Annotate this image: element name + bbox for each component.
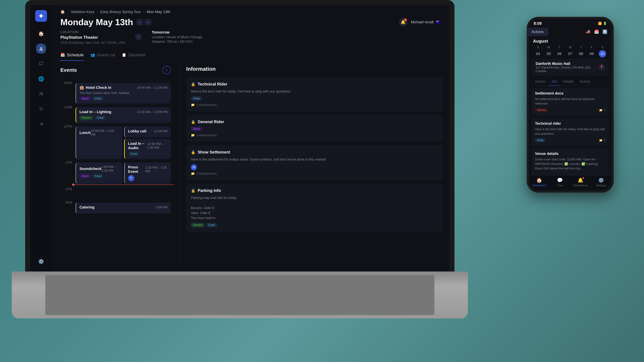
sidebar-nav: 🏠	[36, 28, 46, 250]
location-arrow-button[interactable]: →	[135, 33, 142, 40]
venue-location-icon[interactable]: 📍	[598, 64, 605, 70]
info-item-general-rider[interactable]: 🔒 General Rider Band 📁 1 Attachments	[186, 115, 443, 142]
tag-crew-tech: Crew	[191, 96, 202, 101]
phone-venue-card[interactable]: Danforth Music Hall 147 Danforth Ave, To…	[532, 59, 609, 76]
notification-button[interactable]: 🔔 1	[399, 18, 408, 26]
cal-day-sun[interactable]: S 04	[533, 46, 543, 57]
tab-schedule[interactable]: 📅 Schedule	[60, 50, 84, 61]
cal-day-mon[interactable]: M 05	[544, 46, 554, 57]
sidebar-item-mention[interactable]	[36, 119, 46, 129]
app-logo[interactable]	[35, 10, 47, 22]
header-title-row: Monday May 13th ‹ › 🔔 1	[60, 17, 441, 27]
event-title-audio: Load In – Audio	[128, 141, 148, 150]
phone-tab-info[interactable]: Info	[548, 78, 560, 86]
lock-icon-parking: 🔒	[191, 189, 196, 193]
phone-tag-admins: Admins	[535, 108, 548, 112]
cal-day-num-sat: 10	[599, 50, 606, 57]
breadcrumb-skeleton-keys[interactable]: Skeleton Keys	[71, 10, 94, 14]
notification-badge: 1	[404, 18, 407, 21]
tab-daysheet[interactable]: 📋 Daysheet	[122, 50, 145, 61]
sidebar-item-globe[interactable]: 🌐	[36, 74, 46, 84]
time-events-3pm: Catering 3:00 PM	[76, 199, 171, 214]
tomorrow-distance: Distance: 793 mi / 15h 57m	[152, 40, 202, 43]
sidebar-item-users[interactable]	[36, 89, 46, 99]
time-events-11am: Load In – Lighting 11:00 AM – 12:00 PM D…	[76, 104, 171, 123]
event-time-audio: 12:30 PM – 1:00 PM	[147, 142, 168, 149]
phone-nav-chat[interactable]: 💬 Chat	[550, 177, 570, 187]
sidebar-item-avatar[interactable]	[36, 43, 46, 54]
breadcrumb-home-icon[interactable]: 🏠	[60, 10, 65, 14]
event-title-text: Hotel Check In	[86, 85, 111, 90]
event-load-audio[interactable]: Load In – Audio 12:30 PM – 1:00 PM Crew	[124, 139, 171, 159]
actions-button[interactable]: Actions	[527, 28, 548, 36]
event-lobby-call[interactable]: Lobby call 12:00 PM	[124, 126, 171, 137]
cal-day-tue[interactable]: T 06	[554, 46, 564, 57]
tag-crew-audio: Crew	[128, 151, 140, 156]
event-title-press: Press Event	[128, 165, 146, 174]
cal-day-sat[interactable]: S 10	[598, 46, 608, 57]
cal-day-name-tue: T	[559, 46, 560, 49]
phone-settlement-folder: 📁 1	[599, 108, 606, 112]
cal-day-name-wed: W	[569, 46, 572, 49]
phone-tab-events[interactable]: Events	[532, 78, 548, 86]
event-title: 🏨 Hotel Check In	[80, 85, 111, 90]
cal-day-fri[interactable]: F 09	[587, 46, 597, 57]
guestlist-tab-icon: 👥	[90, 53, 95, 57]
phone-tab-guests[interactable]: Guests	[576, 78, 593, 86]
info-item-tech-rider[interactable]: 🔒 Technical Rider Here is the tech rider…	[186, 77, 443, 111]
cal-day-thu[interactable]: T 08	[576, 46, 586, 57]
add-event-button[interactable]: ＋	[162, 66, 171, 74]
sidebar-settings[interactable]: ⚙️	[36, 256, 46, 267]
parking-desc: Parking map and info for todayBusses: Ga…	[191, 195, 438, 220]
tomorrow-label: Tomorrow	[152, 30, 202, 34]
prev-day-button[interactable]: ‹	[136, 19, 143, 25]
event-title-lunch: Lunch	[80, 131, 90, 135]
tab-guestlist[interactable]: 👥 Guest List	[90, 50, 115, 61]
cal-day-name-sun: S	[537, 46, 539, 49]
sidebar-item-chat[interactable]	[36, 59, 46, 69]
phone-card-venue[interactable]: Venue details Green room door code: 1234…	[532, 148, 609, 175]
lock-icon-tech: 🔒	[191, 82, 196, 86]
breadcrumb-tour[interactable]: Easy Breezy Spring Tour	[100, 10, 141, 14]
event-title-catering: Catering	[80, 205, 94, 210]
main-content: 🏠 › Skeleton Keys › Easy Breezy Spring T…	[52, 5, 450, 272]
time-events-2pm	[76, 186, 171, 199]
wifi-icon: 📶	[598, 22, 602, 25]
event-header-lunch: Lunch 12:00 PM – 2:00 PM	[80, 129, 119, 136]
event-soundcheck[interactable]: Soundcheck 1:00 PM – 2:30 PM Band Crew	[76, 162, 122, 184]
schedule-header: Events ＋	[60, 66, 171, 74]
cal-day-wed[interactable]: W 07	[565, 46, 575, 57]
chat-nav-icon: 💬	[557, 177, 563, 183]
phone-nav-settings[interactable]: ⚙️ Settings	[591, 177, 612, 187]
time-row-10am: 10AM 🏨 Hotel Check In	[60, 79, 171, 104]
next-day-button[interactable]: ›	[145, 19, 152, 25]
sidebar-item-home[interactable]: 🏠	[36, 28, 46, 38]
sidebar-item-list[interactable]	[36, 104, 46, 114]
phone-tab-details[interactable]: Details	[560, 78, 576, 86]
info-item-settlement[interactable]: 🔒 Show Settlement Here is the settlement…	[186, 145, 443, 180]
event-hotel-checkin[interactable]: 🏨 Hotel Check In 10:00 AM – 11:00 AM The…	[76, 83, 171, 104]
phone-info-tabs: Events Info Details Guests	[529, 78, 612, 86]
phone-nav-dashboard[interactable]: 🏠 Dashboard	[529, 177, 550, 187]
event-tags: Band Crew	[80, 96, 168, 101]
event-load-lighting[interactable]: Load In – Lighting 11:00 AM – 12:00 PM D…	[76, 107, 171, 123]
parking-tags: Drivers Crew	[191, 223, 438, 227]
event-press[interactable]: Press Event 1:30 PM – 2:30 PM P	[124, 162, 171, 184]
phone-card-settlement[interactable]: Settlement docs All settlement docs will…	[532, 88, 609, 116]
svg-point-2	[40, 92, 41, 94]
phone-calendar-icon[interactable]: 📅	[594, 29, 599, 34]
laptop-screen: 🏠	[30, 5, 450, 272]
phone-share-icon[interactable]: ⬆️	[602, 29, 608, 34]
phone-nav-notifications[interactable]: 🔔 Notifications	[570, 177, 591, 187]
time-label-11am: 11AM	[60, 104, 72, 123]
folder-icon-general: 📁	[191, 133, 195, 137]
event-catering[interactable]: Catering 3:00 PM	[76, 202, 171, 214]
tag-drivers-parking: Drivers	[191, 223, 204, 227]
phone-card-tech[interactable]: Technical rider Here is the tech rider f…	[532, 118, 609, 146]
phone-announce-icon[interactable]: 📣	[586, 29, 591, 34]
cal-day-num-fri: 09	[588, 50, 595, 57]
calendar-week-row: S 04 M 05 T 06 W 07	[533, 46, 608, 57]
event-lunch[interactable]: Lunch 12:00 PM – 2:00 PM	[76, 126, 122, 159]
info-item-parking[interactable]: 🔒 Parking Info Parking map and info for …	[186, 184, 443, 232]
phone-tech-title: Technical rider	[535, 121, 606, 126]
